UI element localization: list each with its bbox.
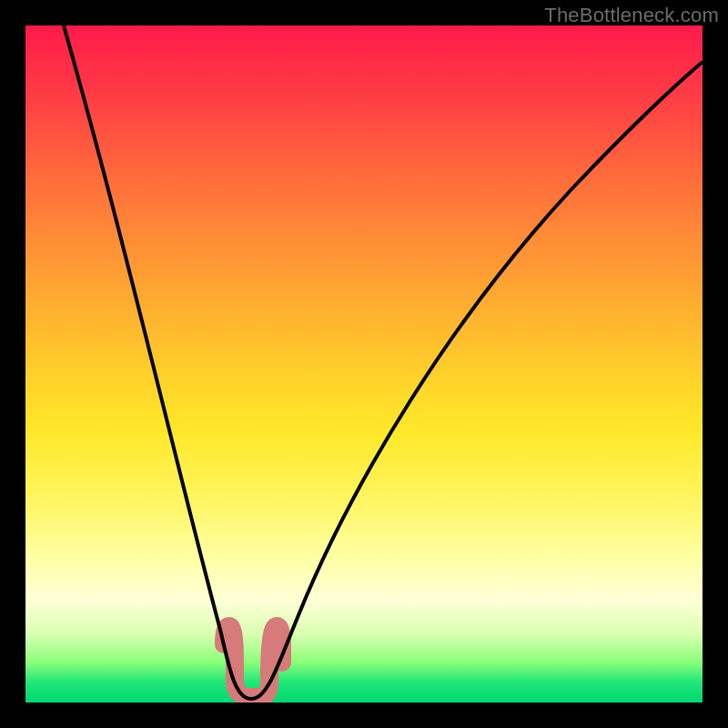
bottleneck-curve (25, 25, 703, 703)
curve-path (64, 25, 703, 699)
optimal-range-highlight (224, 626, 282, 697)
watermark: TheBottleneck.com (544, 4, 719, 27)
chart-frame: TheBottleneck.com (0, 0, 728, 728)
plot-area (25, 25, 703, 703)
